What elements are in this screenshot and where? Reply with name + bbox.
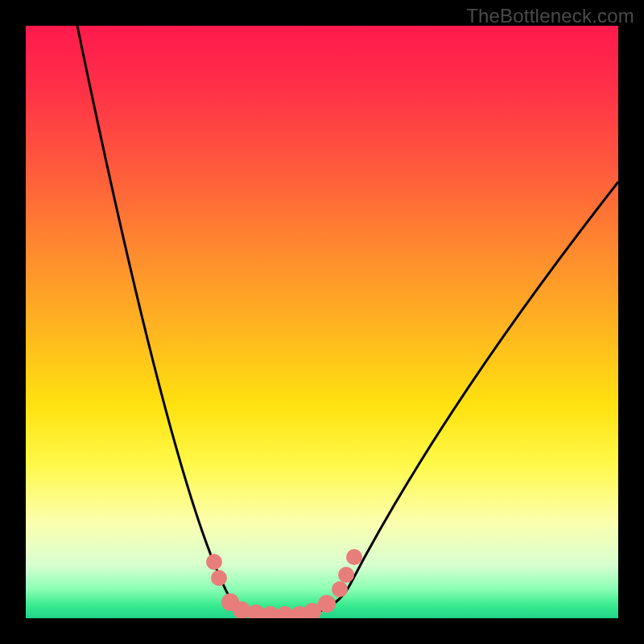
marker [346, 549, 362, 565]
marker [332, 581, 348, 597]
marker [211, 570, 227, 586]
curve-overlay [26, 26, 618, 618]
right-curve [287, 182, 618, 617]
watermark-text: TheBottleneck.com [466, 5, 634, 27]
plot-area [26, 26, 618, 618]
left-curve [77, 26, 287, 617]
pink-markers-left [206, 554, 294, 618]
outer-frame: TheBottleneck.com [0, 0, 644, 644]
marker [318, 595, 336, 613]
marker [206, 554, 222, 570]
marker [338, 567, 354, 583]
